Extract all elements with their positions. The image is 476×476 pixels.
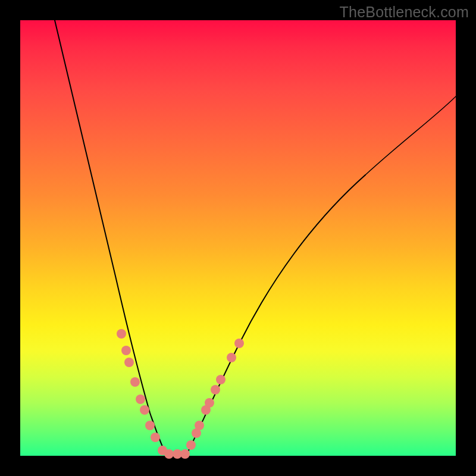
marker-dot [227,353,236,362]
marker-dot [117,329,126,339]
marker-dot [234,339,244,348]
marker-dot [130,377,140,387]
marker-dot [195,421,204,430]
marker-dot [180,449,190,459]
marker-dot [164,449,174,459]
plot-area [20,20,456,456]
curve-left-branch [55,20,165,454]
curve-right-branch [187,175,365,454]
watermark-text: TheBottleneck.com [340,4,469,21]
marker-dot [140,405,149,415]
chart-svg [20,20,456,456]
marker-dot [145,421,155,430]
marker-dot [186,440,196,450]
curve-right-branch-tail [365,96,456,175]
marker-dot [136,394,145,404]
marker-dot [216,375,226,384]
marker-dot [124,358,134,367]
marker-dot [121,346,131,355]
marker-dot [205,398,214,408]
marker-dot [211,385,220,394]
marker-dot [151,433,160,442]
marker-group [117,329,244,459]
chart-frame: TheBottleneck.com [0,0,476,476]
